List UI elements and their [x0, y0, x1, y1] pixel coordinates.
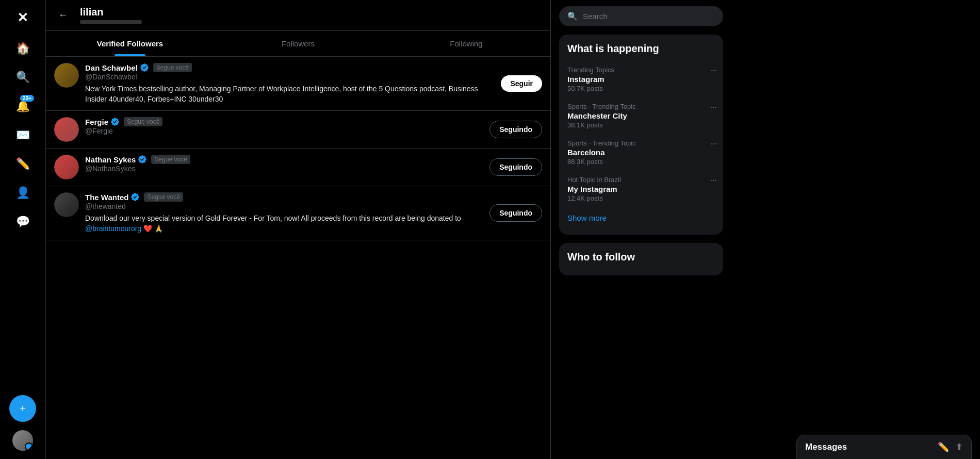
trending-card-title: What is happening [559, 41, 723, 61]
messages-compose-icon[interactable]: ✏️ [938, 441, 949, 453]
right-sidebar: 🔍 What is happening Trending Topics Inst… [551, 0, 731, 459]
sidebar-item-notifications[interactable]: 🔔 20+ [9, 93, 36, 120]
trending-posts-3: 12.4K posts [567, 194, 715, 202]
follower-item-dan-schawbel[interactable]: Dan Schawbel Segue você @DanSchawbel New… [46, 57, 550, 111]
messages-icon: ✉️ [16, 128, 30, 142]
follower-name-nathan: Nathan Sykes [85, 155, 136, 164]
avatar-the-wanted [54, 192, 79, 217]
tab-followers[interactable]: Followers [214, 31, 382, 56]
trending-item-my-instagram[interactable]: Hot Topic in Brazil My Instagram 12.4K p… [559, 171, 723, 207]
page-title: lilian [80, 6, 142, 18]
follower-handle-wanted: @thewanted [85, 202, 483, 210]
follower-info-dan-schawbel: Dan Schawbel Segue você @DanSchawbel New… [85, 63, 495, 104]
profile-icon: 👤 [16, 186, 30, 200]
follower-name-dan: Dan Schawbel [85, 63, 138, 72]
follower-info-nathan: Nathan Sykes Segue você @NathanSykes [85, 155, 483, 173]
sidebar-item-profile[interactable]: 👤 [9, 179, 36, 206]
follower-handle-fergie: @Fergie [85, 127, 483, 135]
follower-bio-wanted: Download our very special version of Gol… [85, 214, 483, 234]
messages-bar[interactable]: Messages ✏️ ⬆ [796, 435, 972, 459]
following-button-nathan[interactable]: Seguindo [489, 158, 542, 176]
user-avatar-nav[interactable] [12, 430, 33, 451]
search-icon: 🔍 [567, 11, 578, 21]
follower-name-fergie: Fergie [85, 118, 108, 126]
avatar-nathan-sykes [54, 155, 79, 179]
left-sidebar: ✕ 🏠 🔍 🔔 20+ ✉️ ✏️ 👤 💬 + [0, 0, 45, 459]
following-button-fergie[interactable]: Seguindo [489, 121, 542, 138]
verified-icon-wanted [130, 192, 140, 202]
follower-info-wanted: The Wanted Segue você @thewanted Downloa… [85, 192, 483, 234]
follower-name-row-nathan: Nathan Sykes Segue você [85, 155, 483, 164]
sidebar-item-messages[interactable]: ✉️ [9, 122, 36, 149]
follower-tabs: Verified Followers Followers Following [46, 31, 550, 57]
following-button-wanted[interactable]: Seguindo [489, 204, 542, 222]
follower-name-wanted: The Wanted [85, 193, 128, 202]
back-arrow-icon: ← [58, 10, 68, 21]
home-icon: 🏠 [16, 42, 30, 55]
trending-label-0: Trending Topics [567, 66, 715, 74]
compose-button[interactable]: + [9, 395, 36, 422]
follow-button-dan[interactable]: Seguir [501, 75, 542, 92]
follows-you-badge-fergie: Segue você [124, 117, 162, 126]
trending-more-options-1[interactable]: ··· [710, 103, 717, 112]
trending-card: What is happening Trending Topics Instag… [559, 35, 723, 235]
messages-bar-title: Messages [805, 442, 847, 452]
search-input[interactable] [583, 12, 715, 21]
follows-you-badge-wanted: Segue você [144, 192, 183, 202]
trending-posts-2: 88.3K posts [567, 158, 715, 166]
sidebar-item-circles[interactable]: 💬 [9, 208, 36, 235]
trending-name-2: Barcelona [567, 148, 715, 157]
tab-following[interactable]: Following [382, 31, 550, 56]
trending-posts-0: 50.7K posts [567, 85, 715, 92]
trending-name-0: Instagram [567, 75, 715, 84]
main-content: ← lilian Verified Followers Followers Fo… [45, 0, 551, 459]
notification-badge: 20+ [20, 95, 34, 102]
avatar-image [12, 430, 33, 451]
sidebar-item-home[interactable]: 🏠 [9, 35, 36, 62]
header-subtitle-bar [80, 20, 142, 24]
follower-handle-nathan: @NathanSykes [85, 165, 483, 173]
trending-label-1: Sports · Trending Topic [567, 103, 715, 110]
avatar-dan-schawbel [54, 63, 79, 88]
verified-icon-fergie [110, 117, 120, 126]
trending-item-barcelona[interactable]: Sports · Trending Topic Barcelona 88.3K … [559, 134, 723, 171]
compose-icon: ✏️ [16, 157, 30, 171]
follower-name-row-wanted: The Wanted Segue você [85, 192, 483, 202]
trending-name-1: Manchester City [567, 111, 715, 120]
follower-bio-dan: New York Times bestselling author, Manag… [85, 84, 495, 104]
messages-expand-icon[interactable]: ⬆ [955, 441, 963, 453]
verified-icon-nathan [138, 155, 147, 164]
x-logo-button[interactable]: ✕ [9, 4, 36, 31]
back-button[interactable]: ← [54, 7, 72, 24]
header-user-info: lilian [80, 6, 142, 24]
explore-icon: 🔍 [16, 71, 30, 84]
follower-item-nathan-sykes[interactable]: Nathan Sykes Segue você @NathanSykes Seg… [46, 149, 550, 186]
sidebar-item-explore[interactable]: 🔍 [9, 64, 36, 91]
trending-more-options-3[interactable]: ··· [710, 176, 717, 185]
compose-plus-icon: + [20, 403, 26, 415]
circles-icon: 💬 [16, 215, 30, 228]
follower-handle-dan: @DanSchawbel [85, 73, 495, 81]
trending-item-manchester-city[interactable]: Sports · Trending Topic Manchester City … [559, 97, 723, 134]
who-to-follow-card: Who to follow [559, 243, 723, 275]
follower-item-fergie[interactable]: Fergie Segue você @Fergie Seguindo [46, 111, 550, 149]
messages-bar-actions: ✏️ ⬆ [938, 441, 963, 453]
bio-mention-wanted[interactable]: @braintumourorg [85, 224, 141, 233]
search-bar: 🔍 [559, 6, 723, 26]
trending-more-options-2[interactable]: ··· [710, 139, 717, 149]
trending-more-options-0[interactable]: ··· [710, 66, 717, 75]
page-header: ← lilian [46, 0, 550, 31]
trending-label-3: Hot Topic in Brazil [567, 176, 715, 184]
follows-you-badge-nathan: Segue você [151, 155, 190, 164]
show-more-button[interactable]: Show more [559, 207, 723, 228]
tab-verified-followers[interactable]: Verified Followers [46, 31, 214, 56]
follower-item-the-wanted[interactable]: The Wanted Segue você @thewanted Downloa… [46, 186, 550, 240]
follower-name-row-fergie: Fergie Segue você [85, 117, 483, 126]
verified-icon-dan [140, 63, 149, 72]
follows-you-badge-dan: Segue você [153, 63, 192, 72]
sidebar-item-compose[interactable]: ✏️ [9, 151, 36, 177]
follower-info-fergie: Fergie Segue você @Fergie [85, 117, 483, 135]
trending-item-instagram[interactable]: Trending Topics Instagram 50.7K posts ··… [559, 61, 723, 97]
trending-posts-1: 38.1K posts [567, 121, 715, 129]
follower-name-row-dan: Dan Schawbel Segue você [85, 63, 495, 72]
